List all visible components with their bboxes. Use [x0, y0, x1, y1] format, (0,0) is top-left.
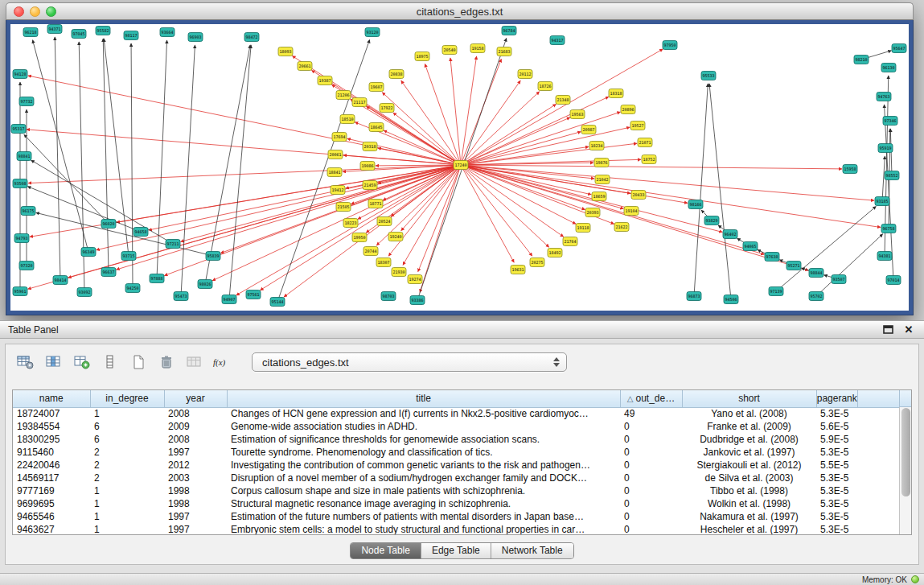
column-header-pagerank[interactable]: pagerank: [816, 390, 858, 407]
network-edge[interactable]: [461, 165, 514, 262]
network-edge[interactable]: [181, 45, 195, 296]
network-node[interactable]: 19527: [630, 122, 645, 130]
network-node[interactable]: 96020: [101, 220, 116, 229]
network-node[interactable]: 98841: [17, 152, 31, 161]
network-node[interactable]: 18752: [642, 155, 656, 164]
tab-node-table[interactable]: Node Table: [351, 543, 421, 558]
network-node[interactable]: 19563: [570, 110, 585, 119]
network-node[interactable]: 98026: [198, 280, 212, 289]
network-node[interactable]: 94506: [724, 295, 738, 304]
table-row[interactable]: 977716911998Corpus callosum shape and si…: [13, 484, 899, 497]
network-node[interactable]: 94381: [877, 252, 892, 261]
network-edge[interactable]: [461, 112, 621, 165]
close-window-button[interactable]: [14, 6, 24, 17]
network-node[interactable]: 94371: [47, 25, 62, 34]
network-node[interactable]: 21117: [352, 98, 367, 107]
network-node[interactable]: 97211: [166, 240, 180, 249]
delete-column-icon[interactable]: [156, 352, 177, 372]
network-node[interactable]: 96758: [881, 225, 896, 233]
float-panel-icon[interactable]: [881, 323, 895, 336]
column-header-name[interactable]: name: [13, 390, 90, 407]
tab-network-table[interactable]: Network Table: [491, 543, 573, 558]
network-node[interactable]: 18318: [609, 89, 623, 98]
network-node[interactable]: 95271: [786, 262, 801, 270]
network-edge[interactable]: [450, 58, 461, 165]
minimize-window-button[interactable]: [30, 6, 40, 17]
network-node[interactable]: 19158: [470, 44, 485, 53]
network-node[interactable]: 21071: [638, 138, 652, 147]
network-node[interactable]: 20275: [530, 258, 544, 267]
network-table-selector[interactable]: citations_edges.txt: [252, 352, 567, 372]
network-node[interactable]: 93508: [13, 179, 27, 188]
network-edge[interactable]: [27, 187, 141, 232]
network-node[interactable]: 21459: [363, 181, 377, 190]
network-edge[interactable]: [461, 165, 688, 203]
window-titlebar[interactable]: citations_edges.txt: [6, 2, 914, 20]
network-edge[interactable]: [420, 165, 461, 292]
network-node[interactable]: 93185: [875, 197, 889, 206]
network-node[interactable]: 19086: [360, 162, 375, 171]
close-panel-icon[interactable]: ✕: [901, 323, 916, 336]
network-node[interactable]: 97950: [663, 41, 677, 50]
network-edge[interactable]: [24, 134, 109, 224]
network-node[interactable]: 95582: [96, 27, 110, 35]
network-edge[interactable]: [229, 45, 251, 299]
network-edge[interactable]: [55, 37, 60, 280]
network-node[interactable]: 97888: [150, 274, 164, 283]
network-edge[interactable]: [33, 40, 88, 252]
network-node[interactable]: 20061: [328, 150, 343, 159]
network-node[interactable]: 95144: [270, 298, 285, 307]
network-node[interactable]: 98552: [885, 171, 899, 180]
network-node[interactable]: 94317: [550, 36, 565, 45]
network-node[interactable]: 96637: [101, 268, 116, 277]
network-node[interactable]: 20661: [298, 62, 312, 71]
network-node[interactable]: 98117: [124, 31, 138, 40]
network-edge[interactable]: [461, 143, 637, 165]
table-row[interactable]: 946554611997Estimation of the future num…: [13, 510, 899, 523]
network-edge[interactable]: [205, 45, 250, 284]
network-node[interactable]: 21505: [336, 203, 351, 212]
network-node[interactable]: 95702: [809, 292, 823, 301]
network-node[interactable]: 97014: [886, 276, 901, 285]
network-node[interactable]: 19118: [576, 224, 590, 233]
network-node[interactable]: 97346: [883, 117, 897, 126]
network-node[interactable]: 97561: [246, 290, 261, 299]
network-view[interactable]: 2083819607211171851017694200611884119412…: [10, 24, 909, 311]
network-node[interactable]: 21764: [563, 237, 577, 246]
network-node[interactable]: 18234: [589, 142, 604, 150]
network-node[interactable]: 96175: [21, 207, 35, 216]
network-node[interactable]: 98844: [809, 269, 823, 278]
network-node[interactable]: 93092: [77, 288, 92, 297]
table-options-icon[interactable]: [15, 352, 36, 372]
network-node[interactable]: 95919: [878, 144, 893, 153]
network-node[interactable]: 18510: [340, 115, 355, 124]
network-node[interactable]: 21683: [497, 47, 511, 56]
table-row[interactable]: 969969511998Structural magnetic resonanc…: [13, 497, 899, 510]
network-edge[interactable]: [816, 234, 883, 296]
network-node[interactable]: 97638: [765, 253, 779, 262]
network-node[interactable]: 93507: [832, 275, 846, 284]
network-node[interactable]: 21930: [392, 268, 406, 277]
network-node[interactable]: 96349: [81, 248, 96, 257]
network-edge[interactable]: [382, 93, 461, 165]
row-tools-icon[interactable]: [100, 352, 121, 372]
network-node[interactable]: 20838: [389, 70, 404, 79]
table-scrollbar[interactable]: [899, 407, 911, 534]
network-node[interactable]: 19274: [408, 275, 422, 284]
network-node[interactable]: 95473: [174, 292, 188, 301]
table-row[interactable]: 1456911722003Disruption of a novel membe…: [13, 472, 899, 484]
network-edge[interactable]: [331, 84, 461, 165]
network-node[interactable]: 96873: [687, 292, 701, 301]
network-node[interactable]: 20540: [442, 46, 457, 55]
memory-status-icon[interactable]: [911, 575, 919, 583]
network-node[interactable]: 19104: [624, 207, 639, 216]
network-node[interactable]: 20112: [518, 70, 532, 79]
network-node[interactable]: 20896: [621, 105, 635, 114]
network-node[interactable]: 19631: [511, 266, 525, 274]
network-node[interactable]: 98210: [854, 56, 869, 64]
network-node[interactable]: 93120: [365, 28, 380, 37]
network-node[interactable]: 20524: [377, 217, 392, 226]
column-header-title[interactable]: title: [227, 390, 620, 407]
network-node[interactable]: 18726: [538, 82, 552, 91]
network-edge[interactable]: [461, 165, 881, 228]
